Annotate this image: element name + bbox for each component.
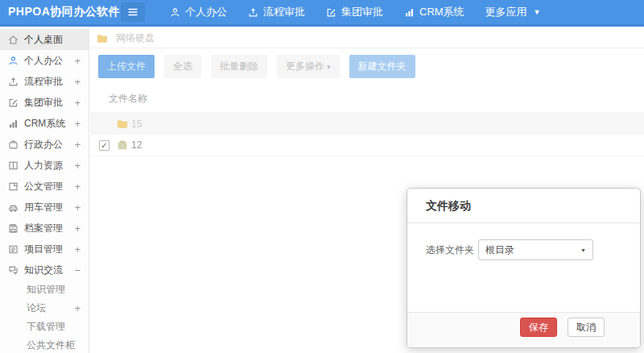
sidebar-item-label: 公共文件柜: [27, 338, 75, 352]
expand-toggle[interactable]: +: [74, 243, 80, 255]
breadcrumb: 网络硬盘: [90, 29, 644, 48]
sidebar-item-knowledge-exchange[interactable]: 知识交流−: [0, 260, 89, 280]
table-row[interactable]: 15: [90, 113, 644, 135]
file-move-modal: 文件移动 选择文件夹 根目录 ▼ 保存 取消: [407, 188, 641, 348]
expand-toggle[interactable]: +: [74, 139, 80, 151]
sidebar-item-label: 集团审批: [24, 96, 63, 110]
cancel-button[interactable]: 取消: [568, 318, 605, 337]
person-icon: [170, 7, 180, 18]
sidebar-item-document-mgmt[interactable]: 公文管理+: [0, 176, 89, 197]
table-column-header: 文件名称: [90, 85, 644, 113]
sidebar-item-label: 下载管理: [27, 320, 65, 334]
sidebar-item-project-mgmt[interactable]: 项目管理+: [0, 239, 89, 260]
sidebar-item-label: 项目管理: [24, 243, 63, 256]
new-folder-button[interactable]: 新建文件夹: [349, 55, 415, 78]
sidebar-item-group-approval[interactable]: 集团审批+: [0, 92, 89, 113]
sidebar: 个人桌面个人办公+流程审批+集团审批+CRM系统+行政办公+人力资源+公文管理+…: [0, 29, 89, 353]
nav-item-personal-office[interactable]: 个人办公: [170, 5, 227, 19]
disk-icon: [8, 223, 19, 234]
sidebar-item-archive-mgmt[interactable]: 档案管理+: [0, 218, 89, 239]
chevron-down-icon: ▼: [580, 247, 586, 253]
sidebar-item-forum[interactable]: 论坛+: [0, 299, 89, 318]
expand-toggle[interactable]: +: [74, 76, 80, 88]
table-row[interactable]: ✓12: [90, 135, 644, 156]
sidebar-item-knowledge-mgmt[interactable]: 知识管理: [0, 280, 89, 299]
row-checkbox[interactable]: ✓: [99, 140, 109, 151]
sidebar-item-label: 知识交流: [24, 264, 63, 277]
nav-item-group-approval[interactable]: 集团审批: [326, 5, 383, 19]
file-list: 15✓12: [90, 113, 644, 156]
sidebar-item-label: 公文管理: [24, 180, 63, 193]
modal-footer: 保存 取消: [407, 312, 640, 347]
edit-icon: [326, 7, 336, 18]
sidebar-item-personal-desktop[interactable]: 个人桌面: [0, 29, 89, 50]
expand-toggle[interactable]: +: [74, 97, 80, 109]
sidebar-item-crm-system[interactable]: CRM系统+: [0, 113, 89, 134]
book-icon: [8, 160, 19, 171]
doc-icon: [8, 181, 19, 192]
select-all-button[interactable]: 全选: [164, 55, 201, 78]
sidebar-item-label: 行政办公: [24, 138, 63, 152]
edit-icon: [8, 98, 19, 108]
expand-toggle[interactable]: −: [74, 264, 80, 276]
top-header: PHPOA协同办公软件 个人办公流程审批集团审批CRM系统更多应用▼: [0, 0, 644, 27]
caret-down-icon: ▾: [327, 63, 331, 71]
expand-toggle[interactable]: +: [74, 201, 80, 214]
person-icon: [8, 56, 19, 66]
folder-icon: [97, 33, 108, 44]
sidebar-item-label: 个人办公: [24, 54, 63, 68]
expand-toggle[interactable]: +: [74, 181, 80, 193]
hamburger-menu-icon[interactable]: [121, 2, 145, 22]
nav-item-more-apps[interactable]: 更多应用▼: [485, 5, 541, 19]
sidebar-item-label: 知识管理: [27, 283, 65, 297]
folder-icon: [117, 118, 128, 130]
nav-item-workflow-approval[interactable]: 流程审批: [248, 5, 305, 19]
sidebar-item-label: 流程审批: [24, 75, 63, 89]
folder-select-value: 根目录: [485, 243, 514, 257]
app-logo: PHPOA协同办公软件: [0, 5, 121, 19]
sidebar-item-download-mgmt[interactable]: 下载管理: [0, 318, 89, 336]
sidebar-item-human-resources[interactable]: 人力资源+: [0, 155, 89, 176]
chat-icon: [8, 265, 19, 276]
top-nav: 个人办公流程审批集团审批CRM系统更多应用▼: [159, 5, 551, 19]
sidebar-item-label: 人力资源: [24, 159, 63, 172]
sidebar-item-label: 论坛: [27, 301, 46, 315]
folder-select-label: 选择文件夹: [426, 243, 474, 257]
sidebar-item-label: 用车管理: [24, 201, 63, 214]
expand-toggle[interactable]: +: [74, 160, 80, 172]
calendar-icon: [8, 244, 19, 255]
sidebar-item-label: CRM系统: [24, 117, 65, 131]
expand-toggle[interactable]: +: [74, 118, 80, 130]
expand-toggle[interactable]: +: [74, 55, 80, 67]
chart-icon: [8, 118, 19, 129]
batch-delete-button[interactable]: 批量删除: [211, 55, 267, 78]
expand-toggle[interactable]: +: [74, 302, 80, 314]
chart-icon: [404, 7, 415, 18]
expand-toggle[interactable]: +: [74, 222, 80, 235]
save-button[interactable]: 保存: [520, 318, 557, 337]
archive-icon: [117, 139, 128, 151]
toolbar: 上传文件全选批量删除更多操作▾新建文件夹: [90, 48, 644, 85]
sidebar-item-workflow-approval[interactable]: 流程审批+: [0, 71, 89, 92]
sidebar-item-admin-office[interactable]: 行政办公+: [0, 134, 89, 155]
approve-icon: [248, 7, 258, 18]
sidebar-item-personal-office[interactable]: 个人办公+: [0, 50, 89, 71]
sidebar-item-vehicle-mgmt[interactable]: 用车管理+: [0, 197, 89, 218]
modal-body: 选择文件夹 根目录 ▼: [407, 223, 640, 312]
briefcase-icon: [8, 139, 19, 150]
sidebar-item-public-file-cabinet[interactable]: 公共文件柜: [0, 336, 89, 353]
upload-file-button[interactable]: 上传文件: [98, 55, 155, 78]
caret-down-icon: ▼: [534, 8, 541, 16]
modal-title: 文件移动: [407, 189, 640, 223]
home-icon: [8, 35, 19, 45]
sidebar-item-label: 个人桌面: [24, 33, 63, 47]
more-actions-button[interactable]: 更多操作▾: [277, 55, 340, 78]
breadcrumb-label: 网络硬盘: [116, 31, 155, 45]
approve-icon: [8, 77, 19, 87]
sidebar-item-label: 档案管理: [24, 222, 63, 235]
car-icon: [8, 202, 19, 213]
nav-item-crm-system[interactable]: CRM系统: [404, 5, 464, 19]
folder-select[interactable]: 根目录 ▼: [478, 239, 593, 260]
